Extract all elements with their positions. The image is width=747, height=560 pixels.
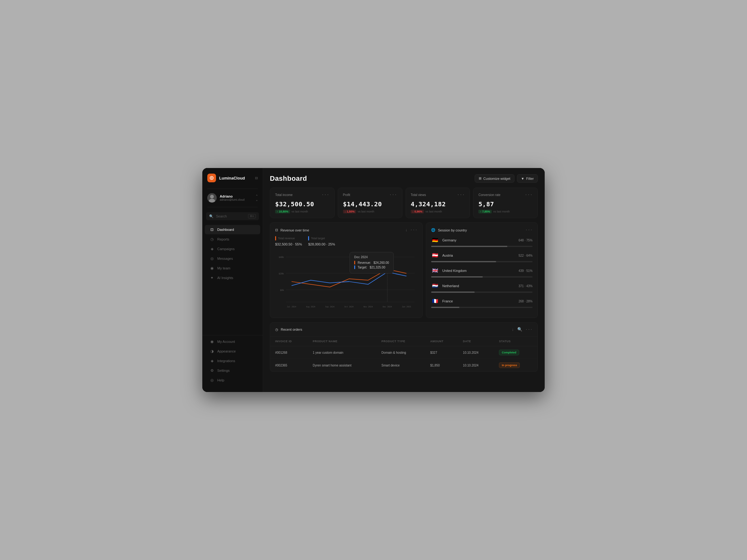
amount: $327 — [425, 346, 458, 359]
svg-text:Jul 2024: Jul 2024 — [287, 305, 296, 308]
dashboard-icon: ⊡ — [210, 228, 214, 232]
aiinsights-icon: ✦ — [210, 276, 214, 280]
svg-text:Oct 2024: Oct 2024 — [344, 305, 354, 308]
myteam-icon: ◉ — [210, 266, 214, 270]
user-email: adriano@lumi.cloud — [220, 198, 253, 201]
invoice-id: #001268 — [270, 346, 308, 359]
country-name-germany: Germany — [442, 238, 515, 242]
orders-more-icon[interactable]: ··· — [525, 327, 533, 332]
stat-badge-up: ↑ 7,85% — [479, 210, 492, 213]
session-title: 🌐 Session by country — [431, 228, 467, 232]
user-info: Adriano adriano@lumi.cloud — [220, 194, 253, 201]
charts-row: ⊡ Revenue over time ↓ ··· Total revenue — [270, 222, 538, 318]
main-header: Dashboard ⊞ Customize widget ▼ Filter — [270, 174, 538, 183]
stat-badge-down: ↓ 0,96% — [411, 210, 424, 213]
status-badge: Completed — [499, 350, 519, 355]
svg-text:Aug 2024: Aug 2024 — [306, 305, 315, 308]
session-icon: 🌐 — [431, 228, 435, 232]
status-badge: In progress — [499, 363, 520, 368]
date: 10.10.2024 — [458, 346, 494, 359]
sidebar-item-messages[interactable]: ◎ Messages — [205, 254, 260, 263]
sidebar-item-appearance[interactable]: ◑ Appearance — [205, 347, 260, 356]
stat-change-text: vs last month — [292, 210, 308, 213]
sidebar-item-reports[interactable]: ◷ Reports — [205, 235, 260, 244]
app-name: LuminaCloud — [219, 176, 245, 181]
stat-more-icon[interactable]: ··· — [525, 192, 533, 197]
stat-card-conversion: Conversion rate ··· 5,87 ↑ 7,85% vs last… — [473, 188, 538, 218]
stat-change: ↑ 7,85% vs last month — [479, 210, 533, 213]
sidebar-item-campaigns[interactable]: ◈ Campaigns — [205, 244, 260, 254]
col-product-name: PRODUCT NAME — [308, 337, 377, 346]
stat-label: Total views — [411, 193, 426, 196]
country-flag-uk: 🇬🇧 — [431, 267, 439, 275]
customize-widget-button[interactable]: ⊞ Customize widget — [475, 174, 515, 183]
country-flag-austria: 🇦🇹 — [431, 251, 439, 260]
col-product-type: PRODUCT TYPE — [377, 337, 426, 346]
sidebar-item-dashboard[interactable]: ⊡ Dashboard — [205, 225, 260, 234]
stat-value: 4,324,182 — [411, 201, 465, 208]
stat-more-icon[interactable]: ··· — [457, 192, 465, 197]
sidebar-item-label: Reports — [217, 237, 229, 241]
sidebar-item-settings[interactable]: ⚙ Settings — [205, 366, 260, 375]
session-more-icon[interactable]: ··· — [525, 228, 533, 232]
country-item-germany: 🇩🇪 Germany 648 · 75% — [431, 236, 533, 247]
country-item-netherland: 🇳🇱 Netherland 371 · 43% — [431, 282, 533, 293]
country-item-austria: 🇦🇹 Austria 522 · 64% — [431, 251, 533, 262]
download-icon[interactable]: ↓ — [405, 228, 408, 232]
svg-point-21 — [386, 271, 388, 273]
svg-point-3 — [210, 195, 214, 198]
country-stats-fr: 268 · 28% — [518, 300, 533, 303]
user-profile[interactable]: Adriano adriano@lumi.cloud ⌃⌄ — [202, 191, 263, 205]
legend-target: Total target $28,000.00 · 25% — [308, 236, 335, 246]
country-flag-nl: 🇳🇱 — [431, 282, 439, 290]
stat-label: Profit — [343, 193, 350, 196]
sidebar-item-label: Appearance — [217, 349, 236, 353]
sidebar-item-help[interactable]: ◎ Help — [205, 375, 260, 385]
chart-title-text: Revenue over time — [280, 229, 309, 232]
legend-label-revenue: Total revenue — [278, 237, 295, 240]
search-bar[interactable]: 🔍 Search ⌘K — [206, 212, 259, 220]
sidebar-toggle-icon[interactable]: ⊟ — [255, 176, 258, 181]
sidebar-item-label: AI Insights — [217, 276, 233, 280]
country-row: 🇦🇹 Austria 522 · 64% — [431, 251, 533, 260]
svg-text:$0k: $0k — [280, 289, 284, 292]
filter-icon: ▼ — [521, 177, 524, 181]
amount: $1,850 — [425, 359, 458, 372]
legend-dot-target — [308, 236, 309, 240]
svg-text:$40k: $40k — [279, 256, 284, 259]
country-stats-uk: 439 · 51% — [518, 269, 533, 272]
sidebar-item-label: Dashboard — [217, 228, 234, 232]
recent-orders-card: ◷ Recent orders ↓ 🔍 ··· INVOICE ID PRODU… — [270, 322, 538, 372]
orders-search-icon[interactable]: 🔍 — [517, 327, 522, 332]
reports-icon: ◷ — [210, 237, 214, 241]
legend-value-target: $28,000.00 · 25% — [308, 242, 335, 246]
country-name-nl: Netherland — [442, 284, 515, 288]
help-icon: ◎ — [210, 378, 214, 382]
session-header: 🌐 Session by country ··· — [431, 228, 533, 232]
country-item-france: 🇫🇷 France 268 · 28% — [431, 297, 533, 308]
sidebar-item-integrations[interactable]: ◈ Integrations — [205, 356, 260, 366]
more-icon[interactable]: ··· — [410, 228, 417, 232]
integrations-icon: ◈ — [210, 359, 214, 363]
country-stats-austria: 522 · 64% — [518, 254, 533, 257]
country-bar-track-germany — [431, 246, 533, 247]
stat-more-icon[interactable]: ··· — [321, 192, 329, 197]
stat-more-icon[interactable]: ··· — [389, 192, 397, 197]
stat-cards: Total income ··· $32,500.50 ↑ 10,80% vs … — [270, 188, 538, 218]
sidebar-item-myteam[interactable]: ◉ My team — [205, 264, 260, 273]
stat-badge-down: ↓ 1,50% — [343, 210, 356, 213]
sidebar-bottom: ◉ My Account ◑ Appearance ◈ Integrations… — [202, 335, 263, 386]
customize-widget-label: Customize widget — [483, 177, 511, 181]
sidebar-item-aiinsights[interactable]: ✦ AI Insights — [205, 273, 260, 283]
country-name-fr: France — [442, 299, 515, 303]
country-row: 🇫🇷 France 268 · 28% — [431, 297, 533, 305]
country-flag-fr: 🇫🇷 — [431, 297, 439, 305]
country-bar-track-uk — [431, 276, 533, 277]
sidebar-item-label: Settings — [217, 369, 230, 372]
orders-actions: ↓ 🔍 ··· — [512, 327, 533, 332]
filter-button[interactable]: ▼ Filter — [517, 174, 538, 183]
legend-dot-revenue — [275, 236, 276, 240]
sidebar-item-myaccount[interactable]: ◉ My Account — [205, 337, 260, 346]
orders-download-icon[interactable]: ↓ — [512, 327, 514, 332]
invoice-id: #002365 — [270, 359, 308, 372]
